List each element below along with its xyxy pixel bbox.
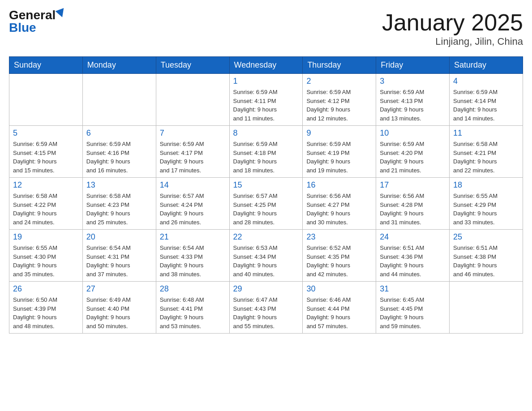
calendar-cell: 19Sunrise: 6:55 AMSunset: 4:30 PMDayligh… [9, 230, 83, 282]
calendar-cell: 10Sunrise: 6:59 AMSunset: 4:20 PMDayligh… [376, 126, 450, 178]
day-info: Sunrise: 6:51 AMSunset: 4:36 PMDaylight:… [380, 244, 446, 278]
calendar-cell: 26Sunrise: 6:50 AMSunset: 4:39 PMDayligh… [9, 282, 83, 334]
calendar-cell: 15Sunrise: 6:57 AMSunset: 4:25 PMDayligh… [229, 178, 303, 230]
day-number: 21 [160, 232, 226, 242]
day-number: 31 [380, 284, 446, 294]
week-row-2: 5Sunrise: 6:59 AMSunset: 4:15 PMDaylight… [9, 126, 523, 178]
calendar-cell: 6Sunrise: 6:59 AMSunset: 4:16 PMDaylight… [82, 126, 156, 178]
calendar-cell: 16Sunrise: 6:56 AMSunset: 4:27 PMDayligh… [303, 178, 376, 230]
title-section: January 2025 Linjiang, Jilin, China [382, 9, 523, 47]
day-header-sunday: Sunday [9, 57, 83, 74]
day-info: Sunrise: 6:53 AMSunset: 4:34 PMDaylight:… [233, 244, 299, 278]
calendar-cell: 11Sunrise: 6:58 AMSunset: 4:21 PMDayligh… [450, 126, 523, 178]
day-info: Sunrise: 6:51 AMSunset: 4:38 PMDaylight:… [453, 244, 519, 278]
day-header-friday: Friday [376, 57, 450, 74]
day-number: 26 [13, 284, 79, 294]
day-info: Sunrise: 6:59 AMSunset: 4:20 PMDaylight:… [380, 140, 446, 175]
logo: General Blue [9, 9, 65, 34]
calendar-cell: 4Sunrise: 6:59 AMSunset: 4:14 PMDaylight… [450, 74, 523, 126]
calendar-cell: 18Sunrise: 6:55 AMSunset: 4:29 PMDayligh… [450, 178, 523, 230]
day-number: 27 [86, 284, 152, 294]
day-info: Sunrise: 6:55 AMSunset: 4:30 PMDaylight:… [13, 244, 79, 278]
day-info: Sunrise: 6:54 AMSunset: 4:33 PMDaylight:… [160, 244, 226, 278]
day-info: Sunrise: 6:59 AMSunset: 4:19 PMDaylight:… [306, 140, 372, 175]
calendar-cell: 8Sunrise: 6:59 AMSunset: 4:18 PMDaylight… [229, 126, 303, 178]
week-row-1: 1Sunrise: 6:59 AMSunset: 4:11 PMDaylight… [9, 74, 523, 126]
day-number: 19 [13, 232, 79, 242]
calendar-cell: 17Sunrise: 6:56 AMSunset: 4:28 PMDayligh… [376, 178, 450, 230]
day-number: 13 [86, 180, 152, 190]
day-number: 9 [306, 128, 372, 138]
day-number: 20 [86, 232, 152, 242]
day-info: Sunrise: 6:50 AMSunset: 4:39 PMDaylight:… [13, 295, 79, 330]
logo-triangle-icon [56, 8, 67, 19]
calendar-cell [156, 74, 229, 126]
logo-general-text: General [9, 9, 56, 21]
calendar-cell: 21Sunrise: 6:54 AMSunset: 4:33 PMDayligh… [156, 230, 229, 282]
day-info: Sunrise: 6:56 AMSunset: 4:28 PMDaylight:… [380, 192, 446, 227]
calendar-cell: 29Sunrise: 6:47 AMSunset: 4:43 PMDayligh… [229, 282, 303, 334]
calendar-cell: 24Sunrise: 6:51 AMSunset: 4:36 PMDayligh… [376, 230, 450, 282]
calendar-cell: 14Sunrise: 6:57 AMSunset: 4:24 PMDayligh… [156, 178, 229, 230]
calendar-cell: 30Sunrise: 6:46 AMSunset: 4:44 PMDayligh… [303, 282, 376, 334]
day-number: 16 [306, 180, 372, 190]
week-row-3: 12Sunrise: 6:58 AMSunset: 4:22 PMDayligh… [9, 178, 523, 230]
day-number: 24 [380, 232, 446, 242]
day-info: Sunrise: 6:59 AMSunset: 4:16 PMDaylight:… [86, 140, 152, 175]
day-number: 30 [306, 284, 372, 294]
calendar-cell: 3Sunrise: 6:59 AMSunset: 4:13 PMDaylight… [376, 74, 450, 126]
day-number: 11 [453, 128, 519, 138]
calendar-cell: 22Sunrise: 6:53 AMSunset: 4:34 PMDayligh… [229, 230, 303, 282]
day-header-thursday: Thursday [303, 57, 376, 74]
day-number: 12 [13, 180, 79, 190]
day-number: 6 [86, 128, 152, 138]
calendar-cell: 27Sunrise: 6:49 AMSunset: 4:40 PMDayligh… [82, 282, 156, 334]
day-info: Sunrise: 6:49 AMSunset: 4:40 PMDaylight:… [86, 295, 152, 330]
calendar-cell: 1Sunrise: 6:59 AMSunset: 4:11 PMDaylight… [229, 74, 303, 126]
day-number: 2 [306, 77, 372, 86]
day-info: Sunrise: 6:47 AMSunset: 4:43 PMDaylight:… [233, 295, 299, 330]
day-number: 10 [380, 128, 446, 138]
logo-blue-text: Blue [9, 21, 36, 34]
day-number: 15 [233, 180, 299, 190]
calendar-cell: 31Sunrise: 6:45 AMSunset: 4:45 PMDayligh… [376, 282, 450, 334]
day-info: Sunrise: 6:57 AMSunset: 4:25 PMDaylight:… [233, 192, 299, 227]
day-info: Sunrise: 6:58 AMSunset: 4:22 PMDaylight:… [13, 192, 79, 227]
day-number: 4 [453, 77, 519, 86]
day-info: Sunrise: 6:59 AMSunset: 4:12 PMDaylight:… [306, 88, 372, 123]
day-header-monday: Monday [82, 57, 156, 74]
calendar-cell [450, 282, 523, 334]
calendar-cell: 7Sunrise: 6:59 AMSunset: 4:17 PMDaylight… [156, 126, 229, 178]
day-info: Sunrise: 6:59 AMSunset: 4:15 PMDaylight:… [13, 140, 79, 175]
day-number: 7 [160, 128, 226, 138]
day-header-tuesday: Tuesday [156, 57, 229, 74]
day-info: Sunrise: 6:56 AMSunset: 4:27 PMDaylight:… [306, 192, 372, 227]
week-row-4: 19Sunrise: 6:55 AMSunset: 4:30 PMDayligh… [9, 230, 523, 282]
calendar-title: January 2025 [382, 9, 523, 36]
day-number: 14 [160, 180, 226, 190]
day-info: Sunrise: 6:58 AMSunset: 4:23 PMDaylight:… [86, 192, 152, 227]
calendar-cell: 12Sunrise: 6:58 AMSunset: 4:22 PMDayligh… [9, 178, 83, 230]
calendar-cell: 2Sunrise: 6:59 AMSunset: 4:12 PMDaylight… [303, 74, 376, 126]
day-number: 29 [233, 284, 299, 294]
week-row-5: 26Sunrise: 6:50 AMSunset: 4:39 PMDayligh… [9, 282, 523, 334]
day-info: Sunrise: 6:55 AMSunset: 4:29 PMDaylight:… [453, 192, 519, 227]
day-number: 28 [160, 284, 226, 294]
calendar-cell: 20Sunrise: 6:54 AMSunset: 4:31 PMDayligh… [82, 230, 156, 282]
day-number: 5 [13, 128, 79, 138]
calendar-cell [82, 74, 156, 126]
day-info: Sunrise: 6:52 AMSunset: 4:35 PMDaylight:… [306, 244, 372, 278]
day-header-wednesday: Wednesday [229, 57, 303, 74]
day-number: 18 [453, 180, 519, 190]
day-info: Sunrise: 6:48 AMSunset: 4:41 PMDaylight:… [160, 295, 226, 330]
day-number: 22 [233, 232, 299, 242]
day-number: 25 [453, 232, 519, 242]
day-info: Sunrise: 6:59 AMSunset: 4:17 PMDaylight:… [160, 140, 226, 175]
day-info: Sunrise: 6:59 AMSunset: 4:14 PMDaylight:… [453, 88, 519, 123]
day-number: 23 [306, 232, 372, 242]
day-info: Sunrise: 6:59 AMSunset: 4:13 PMDaylight:… [380, 88, 446, 123]
day-number: 1 [233, 77, 299, 86]
day-info: Sunrise: 6:54 AMSunset: 4:31 PMDaylight:… [86, 244, 152, 278]
day-info: Sunrise: 6:45 AMSunset: 4:45 PMDaylight:… [380, 295, 446, 330]
page-header: General Blue January 2025 Linjiang, Jili… [9, 9, 523, 47]
